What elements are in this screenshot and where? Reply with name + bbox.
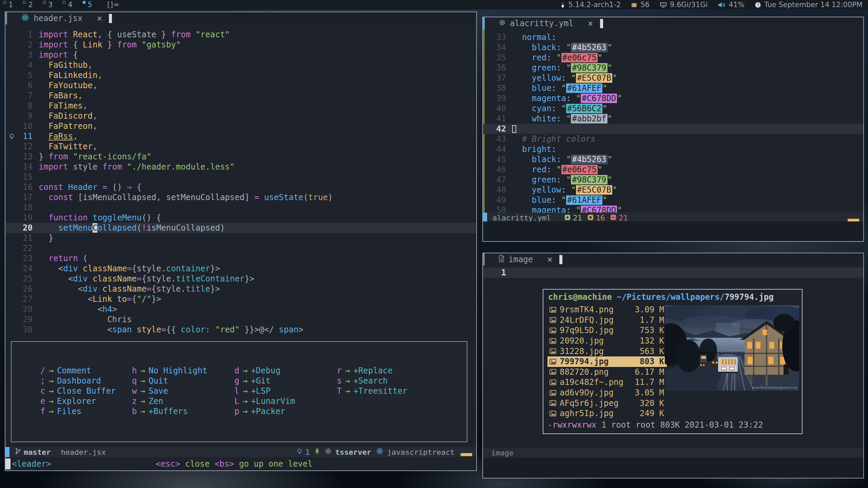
file-list-item[interactable]: a19c482f~.png11.7 M [547, 377, 667, 388]
code-line[interactable]: 34 black: "#4b5263" [483, 42, 863, 53]
code-line[interactable]: 41 white: "#abb2bf" [483, 114, 863, 124]
line-number: 45 [488, 155, 506, 164]
whichkey-mapping[interactable]: T→+Treesitter [337, 386, 467, 396]
file-size: 803 K [626, 357, 664, 366]
workspace-5[interactable]: 5 [83, 0, 92, 9]
close-icon[interactable]: × [547, 254, 553, 265]
whichkey-mapping[interactable]: h→No Highlight [132, 366, 234, 376]
code-line[interactable]: 15 [5, 172, 476, 182]
code-line[interactable]: 1import React, { useState } from "react" [5, 30, 476, 40]
whichkey-mapping[interactable]: p→+Packer [234, 406, 337, 416]
workspace-4[interactable]: 4 [63, 0, 72, 9]
code-line[interactable]: 37 yellow: "#E5C07B" [483, 73, 863, 83]
file-list-item[interactable]: 31228.jpg563 K [547, 346, 667, 356]
arrow-icon: → [45, 396, 57, 406]
code-line[interactable]: 10 FaPatreon, [5, 121, 476, 131]
code-line[interactable]: 6 FaYoutube, [5, 80, 476, 91]
code-line[interactable]: 42 [483, 124, 863, 134]
code-line[interactable]: 49 blue: "#61AFEF" [483, 195, 863, 205]
whichkey-mapping[interactable]: ;→Dashboard [40, 376, 132, 386]
whichkey-mapping[interactable]: r→+Replace [337, 366, 467, 376]
whichkey-mapping[interactable]: f→Files [40, 406, 132, 416]
workspace-3[interactable]: 3 [43, 0, 53, 9]
code-line[interactable]: 4 FaGithub, [5, 60, 476, 70]
code-line[interactable]: 5 FaLinkedin, [5, 70, 476, 80]
code-line[interactable]: 44 bright: [483, 144, 863, 154]
code-line[interactable]: 11 FaRss, [5, 131, 476, 141]
tab-alacritty-yml[interactable]: alacritty.yml × [483, 17, 597, 30]
whichkey-mapping[interactable]: s→+Search [337, 376, 467, 386]
whichkey-mapping[interactable]: z→Zen [132, 396, 234, 406]
code-line[interactable]: 46 red: "#e06c75" [483, 164, 863, 175]
whichkey-mapping[interactable]: c→Close Buffer [40, 386, 132, 396]
code-line[interactable]: 30 <span style={{ color: "red" }}>@</ sp… [5, 325, 476, 335]
file-list-item[interactable]: AFq5r6j.jpeg320 K [547, 398, 667, 408]
whichkey-mapping[interactable]: l→+LSP [234, 386, 337, 396]
code-buffer-alacritty[interactable]: 33 normal:34 black: "#4b5263"35 red: "#e… [483, 30, 863, 213]
code-line[interactable]: 7 FaBars, [5, 91, 476, 101]
code-line[interactable]: 29 Chris [5, 314, 476, 325]
layout-symbol[interactable]: []= [107, 1, 120, 9]
tab-image[interactable]: image × [483, 253, 557, 266]
code-line[interactable]: 24 <div className={style.container}> [5, 263, 476, 274]
file-list-item[interactable]: 97q9L5D.jpg753 K [547, 325, 667, 336]
code-line[interactable]: 18 [5, 202, 476, 213]
code-line[interactable]: 40 cyan: "#56B6C2" [483, 103, 863, 114]
file-list-item[interactable]: 882720.png6.17 M [547, 367, 667, 377]
file-list-item[interactable]: ad6v9Oy.jpg3.05 M [547, 388, 667, 398]
whichkey-mapping[interactable]: e→Explorer [40, 396, 132, 406]
code-line[interactable]: 28 <h4> [5, 304, 476, 314]
code-line[interactable]: 13} from "react-icons/fa" [5, 152, 476, 162]
package-count: 56 [640, 1, 650, 9]
code-line[interactable]: 35 red: "#e06c75" [483, 53, 863, 63]
code-line[interactable]: 45 black: "#4b5263" [483, 154, 863, 164]
code-line[interactable]: 3import { [5, 50, 476, 60]
workspace-2[interactable]: 2 [23, 0, 33, 9]
code-line[interactable]: 17 const [isMenuCollapsed, setMenuCollap… [5, 192, 476, 202]
file-list-item[interactable]: aghr5Ip.jpg249 K [547, 408, 667, 419]
tab-header-jsx[interactable]: header.jsx × [5, 12, 106, 24]
code-line[interactable]: 22 [5, 243, 476, 253]
code-line[interactable]: 43 # Bright colors [483, 134, 863, 144]
code-line[interactable]: 26 <div className={style.title}> [5, 284, 476, 294]
code-line[interactable]: 36 green: "#98C379" [483, 63, 863, 73]
code-line[interactable]: 14import style from "./header.module.les… [5, 162, 476, 172]
whichkey-mapping[interactable]: /→Comment [40, 366, 132, 376]
file-list-item[interactable]: 9rsmTK4.png3.09 M [547, 305, 667, 315]
code-action-lightbulb-icon[interactable] [5, 133, 18, 140]
code-line[interactable]: 48 yellow: "#E5C07B" [483, 185, 863, 195]
whichkey-mapping[interactable]: L→+LunarVim [234, 396, 337, 406]
code-line[interactable]: 12 FaTwitter, [5, 141, 476, 152]
left-cmdline[interactable]: <leader> <esc> close <bs> go up one leve… [5, 457, 476, 470]
close-icon[interactable]: × [97, 13, 102, 23]
code-line[interactable]: 9 FaDiscord, [5, 111, 476, 121]
code-line[interactable]: 39 magenta: "#C678DD" [483, 93, 863, 103]
file-list-item[interactable]: 24LrDFQ.jpg1.7 M [547, 315, 667, 326]
rb-cmdline-area[interactable] [483, 458, 863, 478]
code-line[interactable]: 23 return ( [5, 253, 476, 263]
rt-cmdline-area[interactable] [483, 221, 863, 241]
code-line[interactable]: 21 } [5, 233, 476, 243]
code-line[interactable]: 38 blue: "#61AFEF" [483, 83, 863, 93]
whichkey-mapping[interactable]: q→Quit [132, 376, 234, 386]
whichkey-mapping[interactable]: g→+Git [234, 376, 337, 386]
workspace-1[interactable]: 1 [3, 0, 13, 9]
code-line[interactable]: 20 setMenuCollapsed(!isMenuCollapsed) [5, 223, 476, 233]
code-line[interactable]: 19 function toggleMenu() { [5, 213, 476, 223]
volume-widget[interactable]: 41% [718, 1, 745, 9]
whichkey-mapping[interactable]: w→Save [132, 386, 234, 396]
code-line[interactable]: 47 green: "#98C379" [483, 175, 863, 185]
code-line[interactable]: 16const Header = () ⇒ { [5, 182, 476, 192]
code-line[interactable]: 25 <div className={style.titleContainer}… [5, 274, 476, 284]
file-list-item[interactable]: 799794.jpg803 K [547, 356, 667, 367]
code-line[interactable]: 1 [483, 268, 863, 278]
code-line[interactable]: 33 normal: [483, 32, 863, 42]
code-line[interactable]: 50 magenta: "#C678DD" [483, 205, 863, 213]
close-icon[interactable]: × [588, 18, 593, 28]
code-line[interactable]: 2import { Link } from "gatsby" [5, 40, 476, 50]
whichkey-mapping[interactable]: b→+Buffers [132, 406, 234, 416]
code-line[interactable]: 27 <Link to={"/"}> [5, 294, 476, 304]
file-list-item[interactable]: 20920.jpg132 K [547, 336, 667, 346]
code-line[interactable]: 8 FaTimes, [5, 101, 476, 111]
whichkey-mapping[interactable]: d→+Debug [234, 366, 337, 376]
